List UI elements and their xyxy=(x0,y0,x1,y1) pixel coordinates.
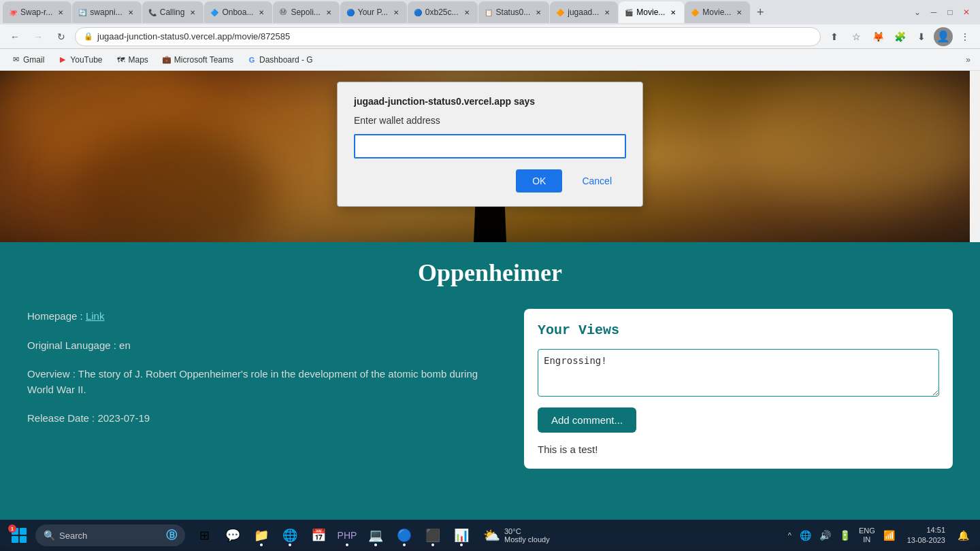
dialog-wallet-input[interactable] xyxy=(354,134,626,158)
dialog-cancel-button[interactable]: Cancel xyxy=(568,169,626,193)
dialog-overlay: jugaad-junction-status0.vercel.app says … xyxy=(0,0,980,551)
dialog-ok-button[interactable]: OK xyxy=(516,169,562,193)
dialog-box: jugaad-junction-status0.vercel.app says … xyxy=(337,82,643,207)
browser-window: 🐙 Swap-r... ✕ 🔄 swapni... ✕ 📞 Calling ✕ … xyxy=(0,0,980,546)
dialog-site-label: jugaad-junction-status0.vercel.app says xyxy=(354,96,626,107)
dialog-message: Enter wallet address xyxy=(354,115,626,126)
dialog-buttons: OK Cancel xyxy=(354,169,626,193)
